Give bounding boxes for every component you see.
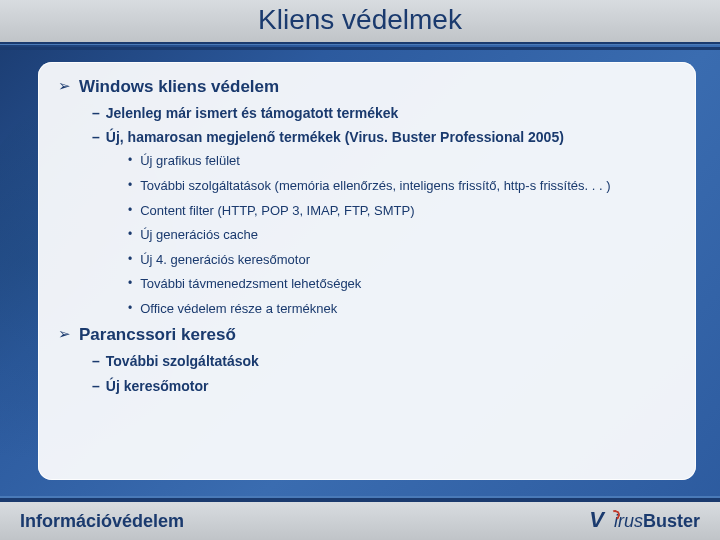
logo-v: V bbox=[589, 507, 604, 533]
sub-list-item: • Új 4. generációs keresőmotor bbox=[128, 251, 676, 269]
sub-list-item: • Content filter (HTTP, POP 3, IMAP, FTP… bbox=[128, 202, 676, 220]
sub-list-item: • Új generációs cache bbox=[128, 226, 676, 244]
section-heading: ➢ Parancssori kereső bbox=[58, 324, 676, 346]
arrow-bullet-icon: ➢ bbox=[58, 76, 71, 96]
sub-list-item-text: Új grafikus felület bbox=[140, 152, 240, 170]
section-heading: ➢ Windows kliens védelem bbox=[58, 76, 676, 98]
dot-bullet-icon: • bbox=[128, 275, 132, 292]
list-item-text: Jelenleg már ismert és támogatott termék… bbox=[106, 104, 399, 122]
header-rule-thin bbox=[0, 44, 720, 45]
list-item-text: Új, hamarosan megjelenő termékek (Virus.… bbox=[106, 128, 564, 146]
dash-bullet-icon: – bbox=[92, 352, 100, 370]
arrow-bullet-icon: ➢ bbox=[58, 324, 71, 344]
sub-list-item: • További távmenedzsment lehetőségek bbox=[128, 275, 676, 293]
virusbuster-logo: VirusBuster bbox=[589, 508, 700, 534]
dash-bullet-icon: – bbox=[92, 377, 100, 395]
section-heading-text: Windows kliens védelem bbox=[79, 76, 279, 98]
footer-title: Információvédelem bbox=[20, 511, 184, 532]
dash-bullet-icon: – bbox=[92, 128, 100, 146]
slide-title: Kliens védelmek bbox=[0, 4, 720, 36]
dot-bullet-icon: • bbox=[128, 202, 132, 219]
sub-list-item: • További szolgáltatások (memória ellenő… bbox=[128, 177, 676, 195]
list-item: – Jelenleg már ismert és támogatott term… bbox=[92, 104, 676, 122]
sub-list-item-text: További szolgáltatások (memória ellenőrz… bbox=[140, 177, 610, 195]
dot-bullet-icon: • bbox=[128, 177, 132, 194]
section-heading-text: Parancssori kereső bbox=[79, 324, 236, 346]
list-item-text: További szolgáltatások bbox=[106, 352, 259, 370]
dot-bullet-icon: • bbox=[128, 152, 132, 169]
dot-bullet-icon: • bbox=[128, 251, 132, 268]
sub-list-item-text: Új 4. generációs keresőmotor bbox=[140, 251, 310, 269]
sub-list-item-text: További távmenedzsment lehetőségek bbox=[140, 275, 361, 293]
list-item: – További szolgáltatások bbox=[92, 352, 676, 370]
header-rule-thick bbox=[0, 47, 720, 50]
sub-list-item-text: Új generációs cache bbox=[140, 226, 258, 244]
sub-list-item-text: Content filter (HTTP, POP 3, IMAP, FTP, … bbox=[140, 202, 414, 220]
list-item: – Új keresőmotor bbox=[92, 377, 676, 395]
slide-header: Kliens védelmek bbox=[0, 0, 720, 44]
dot-bullet-icon: • bbox=[128, 300, 132, 317]
logo-buster: Buster bbox=[643, 511, 700, 532]
dash-bullet-icon: – bbox=[92, 104, 100, 122]
list-item: – Új, hamarosan megjelenő termékek (Viru… bbox=[92, 128, 676, 146]
dot-bullet-icon: • bbox=[128, 226, 132, 243]
sub-list-item-text: Office védelem része a terméknek bbox=[140, 300, 337, 318]
content-panel: ➢ Windows kliens védelem – Jelenleg már … bbox=[38, 62, 696, 480]
slide-footer: Információvédelem VirusBuster bbox=[0, 498, 720, 540]
list-item-text: Új keresőmotor bbox=[106, 377, 209, 395]
sub-list-item: • Office védelem része a terméknek bbox=[128, 300, 676, 318]
sub-list-item: • Új grafikus felület bbox=[128, 152, 676, 170]
